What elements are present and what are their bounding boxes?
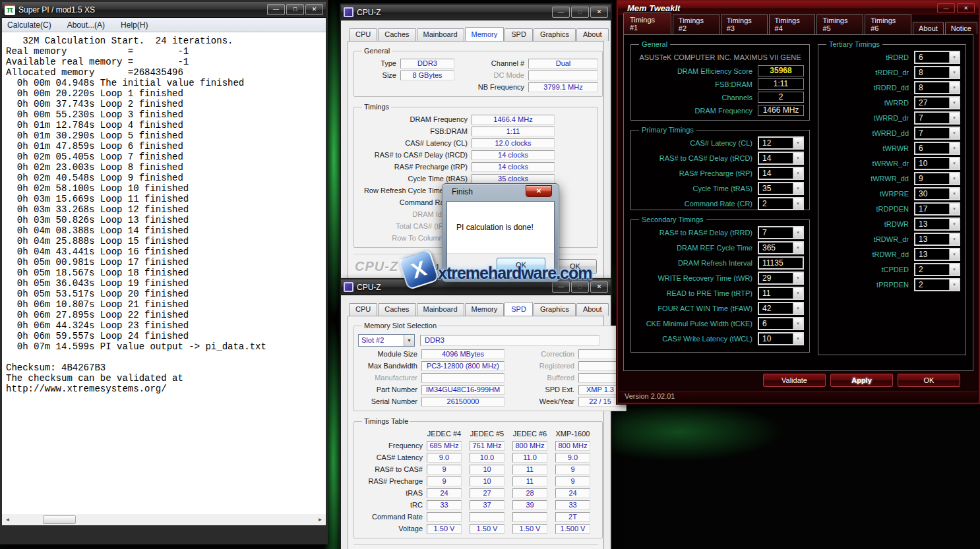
dropdown-arrow-icon[interactable]: ▼ bbox=[793, 227, 803, 238]
tab[interactable]: SPD bbox=[505, 302, 533, 316]
timing-dropdown[interactable]: 10 ▼ bbox=[758, 332, 804, 345]
timing-dropdown[interactable]: 6 ▼ bbox=[914, 51, 960, 64]
tab[interactable]: About bbox=[576, 303, 609, 316]
dropdown-arrow-icon[interactable]: ▼ bbox=[949, 82, 959, 93]
dropdown-arrow-icon[interactable]: ▼ bbox=[793, 318, 803, 329]
timing-dropdown[interactable]: 10 ▼ bbox=[914, 157, 960, 170]
dropdown-arrow-icon[interactable]: ▼ bbox=[949, 249, 959, 260]
tab[interactable]: Memory bbox=[465, 303, 505, 316]
timing-dropdown[interactable]: 27 ▼ bbox=[914, 96, 960, 109]
dropdown-arrow-icon[interactable]: ▼ bbox=[949, 128, 959, 138]
dropdown-arrow-icon[interactable]: ▼ bbox=[793, 138, 803, 148]
tab[interactable]: SPD bbox=[505, 28, 533, 41]
dropdown-arrow-icon[interactable]: ▼ bbox=[793, 153, 803, 163]
dropdown-arrow-icon[interactable]: ▼ bbox=[949, 173, 959, 184]
timing-dropdown[interactable]: 365 ▼ bbox=[758, 241, 804, 254]
minimize-icon[interactable]: — bbox=[552, 281, 570, 293]
timing-dropdown[interactable]: 12 ▼ bbox=[758, 136, 804, 150]
horizontal-scrollbar[interactable]: ◄ ► bbox=[2, 514, 326, 525]
tab[interactable]: Memory bbox=[465, 27, 505, 41]
tab[interactable]: About bbox=[576, 28, 609, 41]
ok-button[interactable]: OK bbox=[497, 258, 545, 272]
timing-dropdown[interactable]: 6 ▼ bbox=[758, 317, 804, 330]
tab[interactable]: Timings #6 bbox=[865, 14, 911, 34]
close-icon[interactable]: ✕ bbox=[590, 281, 608, 293]
timing-dropdown[interactable]: 7 ▼ bbox=[914, 127, 960, 140]
scroll-right-icon[interactable]: ► bbox=[315, 514, 326, 525]
timing-dropdown[interactable]: 30 ▼ bbox=[914, 187, 960, 200]
dropdown-arrow-icon[interactable]: ▼ bbox=[793, 288, 803, 299]
tab[interactable]: Timings #5 bbox=[816, 14, 863, 34]
maximize-icon[interactable]: □ bbox=[286, 4, 304, 15]
tab[interactable]: About bbox=[913, 22, 944, 34]
tab[interactable]: Timings #2 bbox=[673, 14, 720, 34]
timing-dropdown[interactable]: 17 ▼ bbox=[914, 202, 960, 216]
ok-button[interactable]: OK bbox=[553, 259, 597, 274]
menu-item[interactable]: Calculate(C) bbox=[7, 19, 58, 31]
tab[interactable]: Timings #3 bbox=[721, 14, 768, 34]
minimize-icon[interactable]: — bbox=[937, 3, 955, 13]
dropdown-arrow-icon[interactable]: ▼ bbox=[793, 198, 803, 209]
timing-dropdown[interactable]: 7 ▼ bbox=[914, 111, 960, 125]
dropdown-arrow-icon[interactable]: ▼ bbox=[793, 303, 803, 314]
timing-dropdown[interactable]: 13 ▼ bbox=[914, 233, 960, 246]
timing-dropdown[interactable]: 42 ▼ bbox=[758, 302, 804, 315]
tab[interactable]: Caches bbox=[378, 28, 415, 41]
dropdown-arrow-icon[interactable]: ▼ bbox=[949, 113, 959, 123]
timing-dropdown[interactable]: 8 ▼ bbox=[914, 66, 960, 79]
dropdown-arrow-icon[interactable]: ▼ bbox=[949, 219, 959, 229]
dropdown-arrow-icon[interactable]: ▼ bbox=[949, 279, 959, 290]
tab[interactable]: Caches bbox=[378, 303, 415, 316]
dropdown-arrow-icon[interactable]: ▼ bbox=[793, 168, 803, 179]
tab[interactable]: Timings #1 bbox=[623, 13, 671, 34]
timing-dropdown[interactable]: 29 ▼ bbox=[758, 272, 804, 285]
tab[interactable]: Mainboard bbox=[417, 28, 464, 41]
dropdown-arrow-icon[interactable]: ▼ bbox=[949, 204, 959, 214]
scroll-left-icon[interactable]: ◄ bbox=[2, 514, 13, 525]
timing-dropdown[interactable]: 2 ▼ bbox=[914, 278, 960, 291]
timing-dropdown[interactable]: 11 ▼ bbox=[758, 287, 804, 300]
tab[interactable]: CPU bbox=[349, 303, 377, 316]
timing-dropdown[interactable]: 9 ▼ bbox=[914, 172, 960, 185]
tab[interactable]: Graphics bbox=[534, 303, 576, 316]
scrollbar-thumb[interactable] bbox=[43, 515, 76, 524]
timing-dropdown[interactable]: 6 ▼ bbox=[914, 142, 960, 155]
dropdown-arrow-icon[interactable]: ▼ bbox=[793, 243, 803, 253]
timing-dropdown[interactable]: 2 ▼ bbox=[758, 197, 804, 210]
dropdown-arrow-icon[interactable]: ▼ bbox=[949, 188, 959, 199]
dropdown-arrow-icon[interactable]: ▼ bbox=[949, 158, 959, 169]
menu-item[interactable]: Help(H) bbox=[121, 19, 154, 31]
tab[interactable]: CPU bbox=[349, 28, 377, 41]
tab[interactable]: Graphics bbox=[534, 28, 576, 41]
apply-button[interactable]: Apply bbox=[830, 374, 893, 387]
timing-dropdown[interactable]: 14 ▼ bbox=[758, 167, 804, 180]
dropdown-arrow-icon[interactable]: ▼ bbox=[793, 333, 803, 344]
close-icon[interactable]: ✕ bbox=[957, 3, 975, 13]
minimize-icon[interactable]: — bbox=[267, 4, 285, 15]
timing-dropdown[interactable]: 14 ▼ bbox=[758, 152, 804, 165]
tab[interactable]: Timings #4 bbox=[769, 14, 816, 34]
close-icon[interactable]: ✕ bbox=[526, 185, 552, 197]
ok-button[interactable]: OK bbox=[898, 374, 960, 387]
timing-dropdown[interactable]: 35 ▼ bbox=[758, 182, 804, 195]
menu-item[interactable]: About...(A) bbox=[67, 19, 111, 31]
chevron-down-icon[interactable]: ▼ bbox=[404, 335, 414, 346]
dropdown-arrow-icon[interactable]: ▼ bbox=[793, 183, 803, 194]
dropdown-arrow-icon[interactable]: ▼ bbox=[949, 67, 959, 78]
timing-dropdown[interactable]: 2 ▼ bbox=[914, 263, 960, 276]
minimize-icon[interactable]: — bbox=[552, 7, 570, 18]
timing-dropdown[interactable]: 8 ▼ bbox=[914, 81, 960, 94]
timing-dropdown[interactable]: 13 ▼ bbox=[914, 248, 960, 261]
dropdown-arrow-icon[interactable]: ▼ bbox=[949, 52, 959, 63]
close-icon[interactable]: ✕ bbox=[590, 7, 608, 18]
timing-dropdown[interactable]: 7 ▼ bbox=[758, 226, 804, 239]
validate-button[interactable]: Validate bbox=[763, 374, 826, 387]
timing-dropdown[interactable]: 11135 ▼ bbox=[758, 256, 804, 270]
timing-dropdown[interactable]: 13 ▼ bbox=[914, 217, 960, 231]
tab[interactable]: Mainboard bbox=[417, 303, 464, 316]
dropdown-arrow-icon[interactable]: ▼ bbox=[949, 234, 959, 245]
slot-select[interactable]: Slot #2 ▼ bbox=[358, 334, 415, 347]
dropdown-arrow-icon[interactable]: ▼ bbox=[949, 143, 959, 154]
dropdown-arrow-icon[interactable]: ▼ bbox=[949, 264, 959, 275]
close-icon[interactable]: ✕ bbox=[305, 4, 323, 15]
